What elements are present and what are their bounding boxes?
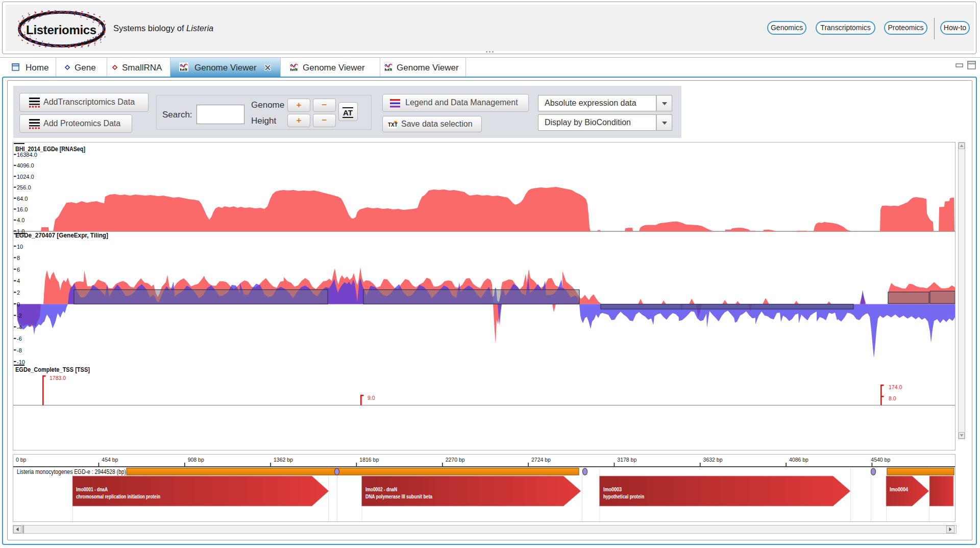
svg-text:TXT: TXT: [388, 122, 398, 128]
svg-text:454 bp: 454 bp: [102, 457, 118, 463]
svg-text:-6: -6: [17, 336, 22, 342]
svg-text:0: 0: [17, 301, 20, 307]
svg-text:2270 bp: 2270 bp: [446, 457, 465, 463]
svg-text:16384.0: 16384.0: [17, 152, 37, 158]
svg-text:2724 bp: 2724 bp: [531, 457, 551, 463]
svg-text:lmo0003: lmo0003: [603, 486, 622, 492]
svg-text:DNA polymerase III subunit bet: DNA polymerase III subunit beta: [365, 493, 433, 499]
svg-text:174.0: 174.0: [889, 384, 902, 390]
svg-text:-8: -8: [17, 347, 22, 353]
svg-text:4: 4: [17, 278, 20, 284]
svg-text:1783.0: 1783.0: [50, 375, 66, 381]
svg-text:8.0: 8.0: [889, 395, 896, 401]
svg-text:10: 10: [17, 244, 23, 250]
svg-text:-10: -10: [17, 359, 25, 365]
svg-text:-4: -4: [17, 324, 22, 330]
svg-text:1.0: 1.0: [17, 228, 24, 234]
svg-text:64.0: 64.0: [17, 196, 28, 202]
svg-text:4.0: 4.0: [17, 217, 24, 223]
svg-text:-2: -2: [17, 313, 22, 319]
svg-text:16.0: 16.0: [17, 206, 28, 212]
svg-text:lmo0001 - dnaA: lmo0001 - dnaA: [76, 486, 108, 492]
svg-text:3178 bp: 3178 bp: [617, 457, 636, 463]
svg-text:9.0: 9.0: [368, 395, 375, 401]
svg-text:3632 bp: 3632 bp: [703, 457, 723, 463]
svg-text:chromosomal replication initia: chromosomal replication initiation prote…: [76, 493, 160, 499]
svg-text:Listeria monocytogenes EGD-e :: Listeria monocytogenes EGD-e : 2944528 (…: [17, 468, 126, 475]
svg-text:0 bp: 0 bp: [16, 457, 27, 463]
svg-text:1816 bp: 1816 bp: [359, 457, 379, 463]
svg-text:EGDe_Complete_TSS [TSS]: EGDe_Complete_TSS [TSS]: [15, 366, 90, 373]
svg-text:8: 8: [17, 255, 20, 261]
svg-text:1362 bp: 1362 bp: [274, 457, 293, 463]
svg-text:EGDe_270407 [GeneExpr, Tiling]: EGDe_270407 [GeneExpr, Tiling]: [15, 232, 108, 239]
svg-text:4096.0: 4096.0: [17, 162, 34, 169]
svg-text:908 bp: 908 bp: [188, 457, 204, 463]
svg-text:lmo0004: lmo0004: [890, 486, 909, 492]
svg-text:1024.0: 1024.0: [17, 174, 34, 180]
svg-text:4086 bp: 4086 bp: [789, 457, 808, 463]
svg-text:6: 6: [17, 267, 20, 273]
svg-text:hypothetical protein: hypothetical protein: [603, 493, 644, 499]
svg-text:256.0: 256.0: [17, 184, 31, 190]
svg-text:lmo0002 - dnaN: lmo0002 - dnaN: [365, 486, 397, 492]
svg-text:4540 bp: 4540 bp: [871, 457, 890, 463]
svg-text:2: 2: [17, 290, 20, 296]
